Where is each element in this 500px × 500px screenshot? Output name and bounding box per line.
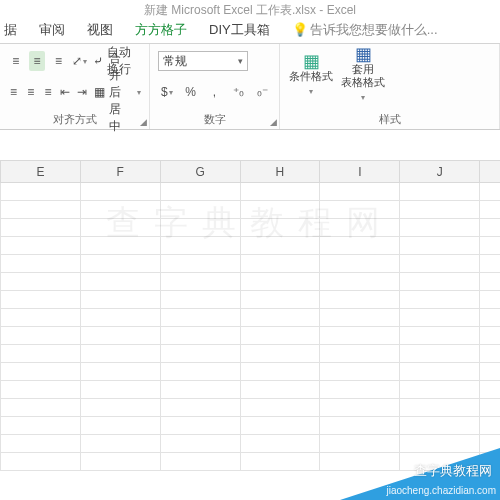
cell[interactable] — [320, 183, 400, 201]
cell[interactable] — [160, 381, 240, 399]
cell[interactable] — [240, 201, 320, 219]
cell[interactable] — [160, 255, 240, 273]
col-header[interactable]: G — [160, 161, 240, 183]
cell[interactable] — [400, 201, 480, 219]
cell[interactable] — [160, 363, 240, 381]
cell[interactable] — [160, 237, 240, 255]
cell[interactable] — [80, 345, 160, 363]
cell[interactable] — [400, 399, 480, 417]
cell[interactable] — [240, 435, 320, 453]
cell[interactable] — [160, 327, 240, 345]
cell[interactable] — [400, 309, 480, 327]
cell[interactable] — [1, 399, 81, 417]
cell[interactable] — [1, 381, 81, 399]
cell[interactable] — [80, 183, 160, 201]
cell[interactable] — [80, 435, 160, 453]
cell[interactable] — [480, 327, 500, 345]
cell[interactable] — [240, 327, 320, 345]
cell[interactable] — [80, 237, 160, 255]
cell[interactable] — [480, 255, 500, 273]
cell[interactable] — [240, 381, 320, 399]
cell[interactable] — [400, 363, 480, 381]
cell[interactable] — [1, 291, 81, 309]
cell[interactable] — [320, 201, 400, 219]
cell[interactable] — [1, 327, 81, 345]
cell[interactable] — [240, 399, 320, 417]
merge-center-button[interactable]: ▦合并后居中 — [94, 81, 141, 103]
cell[interactable] — [400, 291, 480, 309]
col-header[interactable]: J — [400, 161, 480, 183]
cell[interactable] — [320, 255, 400, 273]
tab-view[interactable]: 视图 — [87, 21, 113, 39]
cell[interactable] — [480, 273, 500, 291]
cell[interactable] — [400, 219, 480, 237]
cell[interactable] — [320, 381, 400, 399]
cell[interactable] — [160, 309, 240, 327]
cell[interactable] — [160, 399, 240, 417]
cell[interactable] — [1, 183, 81, 201]
cell[interactable] — [240, 309, 320, 327]
format-as-table-button[interactable]: ▦ 套用 表格格式 ▾ — [340, 48, 386, 104]
cell[interactable] — [240, 417, 320, 435]
cell[interactable] — [240, 453, 320, 471]
cell[interactable] — [480, 291, 500, 309]
tab-fangfang[interactable]: 方方格子 — [135, 21, 187, 39]
currency-icon[interactable]: $ — [158, 82, 176, 102]
col-header[interactable]: F — [80, 161, 160, 183]
cell[interactable] — [160, 219, 240, 237]
cell[interactable] — [400, 255, 480, 273]
cell[interactable] — [80, 219, 160, 237]
cell[interactable] — [480, 201, 500, 219]
align-center-icon[interactable]: ≡ — [25, 82, 36, 102]
cell[interactable] — [240, 255, 320, 273]
cell[interactable] — [80, 309, 160, 327]
cell[interactable] — [1, 255, 81, 273]
cell[interactable] — [1, 435, 81, 453]
cell[interactable] — [240, 183, 320, 201]
percent-icon[interactable]: % — [182, 82, 200, 102]
cell[interactable] — [400, 417, 480, 435]
cell[interactable] — [400, 237, 480, 255]
cell[interactable] — [480, 381, 500, 399]
cell[interactable] — [80, 417, 160, 435]
cell[interactable] — [320, 399, 400, 417]
worksheet-grid[interactable]: EFGHIJK — [0, 160, 500, 471]
cell[interactable] — [1, 363, 81, 381]
tell-me[interactable]: 💡告诉我您想要做什么... — [292, 21, 438, 39]
cell[interactable] — [80, 255, 160, 273]
cell[interactable] — [80, 381, 160, 399]
cell[interactable] — [1, 417, 81, 435]
cell[interactable] — [400, 327, 480, 345]
cell[interactable] — [320, 363, 400, 381]
cell[interactable] — [400, 381, 480, 399]
cell[interactable] — [160, 183, 240, 201]
cell[interactable] — [1, 219, 81, 237]
cell[interactable] — [320, 309, 400, 327]
cell[interactable] — [160, 291, 240, 309]
col-header[interactable]: K — [480, 161, 500, 183]
cell[interactable] — [320, 237, 400, 255]
cell[interactable] — [320, 219, 400, 237]
tab-diy[interactable]: DIY工具箱 — [209, 21, 270, 39]
alignment-launcher-icon[interactable]: ◢ — [140, 117, 147, 127]
tab-data[interactable]: 据 — [4, 21, 17, 39]
col-header[interactable]: E — [1, 161, 81, 183]
cell[interactable] — [160, 345, 240, 363]
cell[interactable] — [240, 345, 320, 363]
cell[interactable] — [1, 453, 81, 471]
cell[interactable] — [1, 201, 81, 219]
cell[interactable] — [320, 273, 400, 291]
align-left-icon[interactable]: ≡ — [8, 82, 19, 102]
decrease-decimal-icon[interactable]: ₀⁻ — [253, 82, 271, 102]
cell[interactable] — [320, 327, 400, 345]
col-header[interactable]: H — [240, 161, 320, 183]
cell[interactable] — [480, 309, 500, 327]
cell[interactable] — [240, 363, 320, 381]
conditional-format-button[interactable]: ▦ 条件格式 ▾ — [288, 48, 334, 104]
cell[interactable] — [400, 345, 480, 363]
cell[interactable] — [480, 183, 500, 201]
align-right-icon[interactable]: ≡ — [42, 82, 53, 102]
cell[interactable] — [400, 273, 480, 291]
cell[interactable] — [160, 417, 240, 435]
cell[interactable] — [480, 417, 500, 435]
